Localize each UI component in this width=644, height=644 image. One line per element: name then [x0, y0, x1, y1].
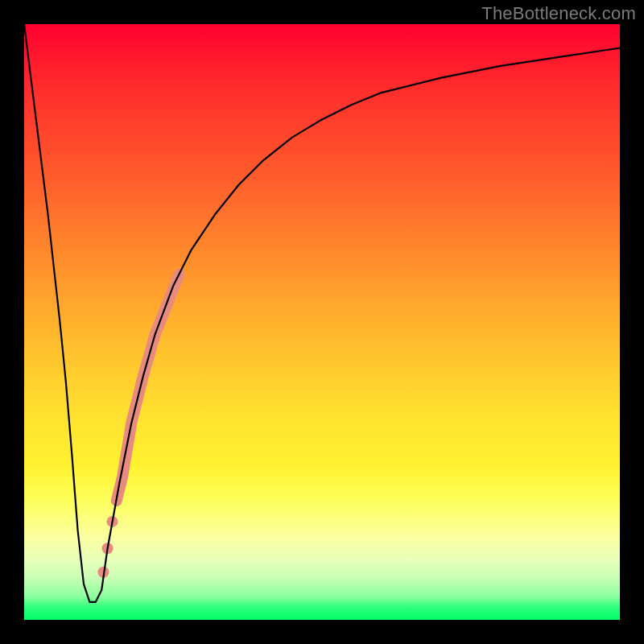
- curve-bottleneck-curve: [24, 24, 620, 602]
- bottleneck-chart: TheBottleneck.com: [0, 0, 644, 644]
- watermark-text: TheBottleneck.com: [481, 3, 636, 24]
- plot-area: [24, 24, 620, 620]
- chart-svg: [24, 24, 620, 620]
- highlight-segment: [117, 275, 180, 501]
